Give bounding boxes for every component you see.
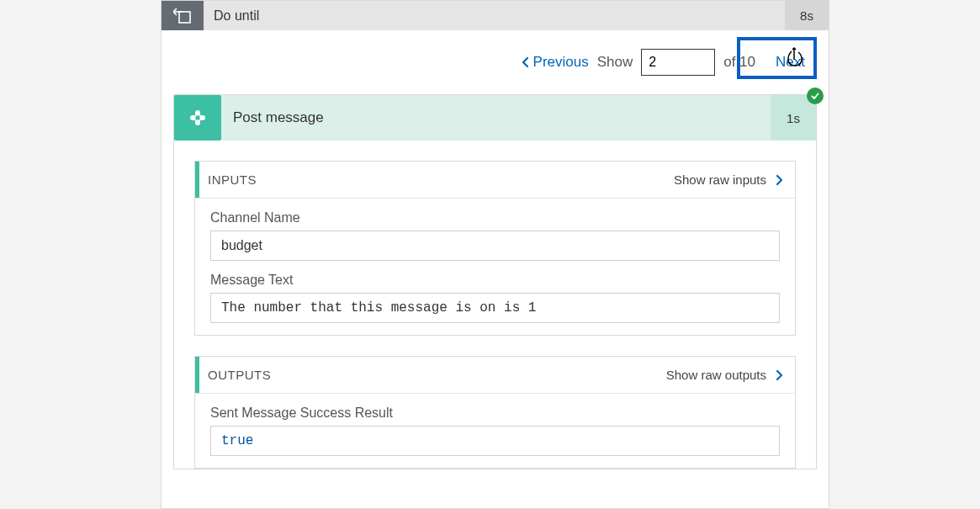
svg-rect-0 xyxy=(179,12,190,23)
sent-success-label: Sent Message Success Result xyxy=(210,406,780,421)
show-raw-outputs-label: Show raw outputs xyxy=(666,368,766,382)
loop-header[interactable]: Do until 8s xyxy=(162,1,829,30)
show-label: Show xyxy=(597,54,633,71)
show-raw-outputs-link[interactable]: Show raw outputs xyxy=(666,368,785,382)
sent-success-value: true xyxy=(210,426,780,456)
iteration-input[interactable] xyxy=(641,49,715,76)
outputs-title: OUTPUTS xyxy=(199,368,666,382)
show-raw-inputs-link[interactable]: Show raw inputs xyxy=(674,172,785,187)
slack-icon xyxy=(174,95,221,141)
loop-title: Do until xyxy=(204,1,785,30)
loop-duration: 8s xyxy=(785,1,829,30)
inputs-section: INPUTS Show raw inputs Channel Name budg… xyxy=(194,161,796,336)
inputs-header: INPUTS Show raw inputs xyxy=(195,162,795,199)
message-text-label: Message Text xyxy=(210,273,780,288)
next-link[interactable]: Next xyxy=(764,47,817,77)
step-title: Post message xyxy=(221,95,771,141)
message-text-value: The number that this message is on is 1 xyxy=(210,293,780,323)
previous-link[interactable]: Previous xyxy=(520,54,589,71)
previous-label: Previous xyxy=(533,54,589,71)
step-header[interactable]: Post message 1s xyxy=(174,95,816,141)
chevron-left-icon xyxy=(520,56,532,68)
sent-success-field: Sent Message Success Result true xyxy=(195,394,795,456)
channel-name-field: Channel Name budget xyxy=(195,199,795,261)
outputs-header: OUTPUTS Show raw outputs xyxy=(195,357,795,394)
channel-name-value: budget xyxy=(210,231,780,261)
loop-icon xyxy=(162,1,204,30)
iteration-pager: Previous Show of 10 Next xyxy=(162,30,829,94)
show-raw-inputs-label: Show raw inputs xyxy=(674,172,766,187)
next-label: Next xyxy=(776,54,805,71)
channel-name-label: Channel Name xyxy=(210,210,780,225)
do-until-card: Do until 8s Previous Show of 10 Next xyxy=(161,0,829,509)
chevron-right-icon xyxy=(773,369,785,381)
post-message-step: Post message 1s INPUTS Show raw inputs C… xyxy=(173,94,817,469)
success-badge-icon xyxy=(807,87,824,104)
inputs-title: INPUTS xyxy=(199,172,674,187)
chevron-right-icon xyxy=(773,174,785,186)
message-text-field: Message Text The number that this messag… xyxy=(195,261,795,323)
svg-rect-4 xyxy=(196,116,200,120)
of-total-label: of 10 xyxy=(723,54,755,71)
outputs-section: OUTPUTS Show raw outputs Sent Message Su… xyxy=(194,356,796,469)
